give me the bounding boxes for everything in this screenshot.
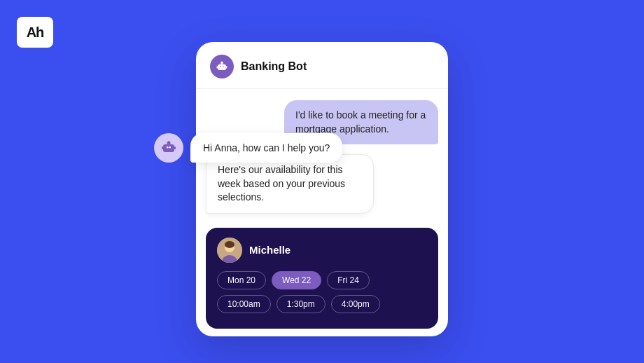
svg-point-11 <box>225 241 234 248</box>
floating-bot-icon <box>160 139 177 156</box>
availability-card: Michelle Mon 20 Wed 22 Fri 24 10:00am 1:… <box>206 228 438 329</box>
time-slot-morning[interactable]: 10:00am <box>217 295 271 313</box>
svg-rect-4 <box>221 62 223 63</box>
day-slots-row: Mon 20 Wed 22 Fri 24 <box>217 271 427 289</box>
svg-rect-0 <box>218 64 226 70</box>
bot-avatar-header <box>210 55 234 78</box>
svg-rect-5 <box>217 66 218 68</box>
svg-rect-17 <box>162 146 163 149</box>
app-logo: Ah <box>17 17 53 48</box>
time-slots-row: 10:00am 1:30pm 4:00pm <box>217 295 427 313</box>
bot-icon <box>215 60 229 74</box>
bot-message-row: Here's our availability for this week ba… <box>206 154 438 214</box>
time-slot-evening[interactable]: 4:00pm <box>331 295 380 313</box>
bot-message-bubble: Here's our availability for this week ba… <box>206 154 374 214</box>
floating-bot-message: Hi Anna, how can I help you? <box>190 133 342 163</box>
time-slot-afternoon[interactable]: 1:30pm <box>276 295 326 313</box>
chat-title: Banking Bot <box>241 60 307 73</box>
svg-rect-6 <box>226 66 227 68</box>
svg-rect-14 <box>169 146 172 149</box>
svg-rect-12 <box>163 144 174 152</box>
svg-rect-13 <box>167 146 169 149</box>
day-slot-wed[interactable]: Wed 22 <box>272 271 321 289</box>
svg-rect-18 <box>174 146 176 149</box>
svg-rect-2 <box>223 66 224 67</box>
advisor-avatar-svg <box>217 238 242 263</box>
day-slot-mon[interactable]: Mon 20 <box>217 271 266 289</box>
floating-bot-row: Hi Anna, how can I help you? <box>154 133 342 163</box>
day-slot-fri[interactable]: Fri 24 <box>327 271 370 289</box>
chat-panel: Banking Bot I'd like to book a meeting f… <box>196 42 448 336</box>
svg-rect-16 <box>168 141 169 142</box>
svg-rect-1 <box>220 66 222 67</box>
advisor-avatar <box>217 238 242 263</box>
advisor-name: Michelle <box>249 244 290 256</box>
floating-bot-avatar <box>154 133 183 163</box>
advisor-row: Michelle <box>217 238 427 263</box>
chat-header: Banking Bot <box>196 42 448 89</box>
